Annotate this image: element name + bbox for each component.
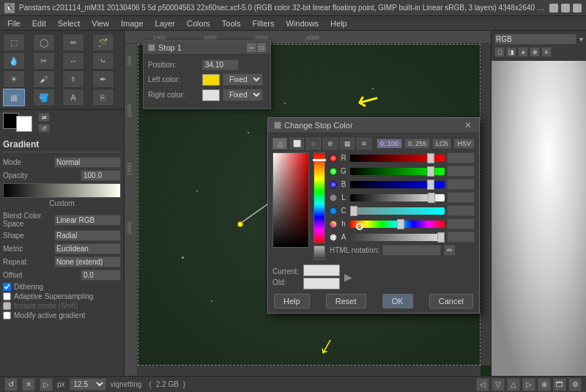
menu-help[interactable]: Help	[326, 18, 352, 29]
range-btn-lch[interactable]: LCh	[432, 138, 452, 149]
tool-crop[interactable]: ✂	[33, 52, 55, 70]
menu-layer[interactable]: Layer	[151, 18, 180, 29]
B-value[interactable]: 88.0	[447, 179, 475, 190]
metric-select[interactable]: Euclidean	[54, 243, 121, 254]
menu-file[interactable]: File	[3, 18, 25, 29]
channel-select[interactable]: RGB	[494, 34, 576, 45]
right-color-swatch[interactable]	[202, 89, 220, 101]
opacity-input[interactable]	[81, 170, 121, 181]
modify-check[interactable]	[3, 311, 11, 319]
tool-bucket[interactable]: 🪣	[33, 89, 55, 106]
G-value[interactable]: 88.0	[447, 166, 475, 177]
L-slider[interactable]	[350, 194, 445, 201]
horizontal-scrollbar[interactable]	[138, 366, 481, 376]
panel-icon-3[interactable]: ⎈	[518, 47, 528, 57]
nav-icon-7[interactable]: ⚙	[568, 378, 582, 391]
alpha-slider[interactable]	[314, 245, 325, 260]
menu-view[interactable]: View	[87, 18, 114, 29]
color-tab-triangle[interactable]: △	[272, 138, 287, 149]
tool-gradient[interactable]: ▦	[3, 89, 25, 106]
B-slider[interactable]	[350, 181, 445, 188]
html-input[interactable]: e1e1e1	[382, 245, 441, 256]
close-btn[interactable]	[573, 4, 582, 12]
nav-icon-2[interactable]: ▽	[492, 378, 505, 391]
color-help-btn[interactable]: Help	[274, 294, 310, 308]
tool-brightness[interactable]: ☀	[3, 70, 25, 88]
nav-icon-1[interactable]: ◁	[476, 378, 489, 391]
A-slider[interactable]	[350, 234, 445, 241]
nav-icon-3[interactable]: △	[507, 378, 520, 391]
hue-slider[interactable]	[314, 152, 325, 243]
swatch-old[interactable]	[303, 278, 340, 289]
menu-select[interactable]: Select	[53, 18, 85, 29]
range-btn-hsv[interactable]: HSV	[453, 138, 475, 149]
panel-expand-btn[interactable]: ▾	[579, 35, 583, 43]
color-dialog-close[interactable]: ✕	[463, 120, 473, 130]
tool-text[interactable]: A	[62, 89, 84, 106]
h-value[interactable]: 139.1	[447, 218, 475, 229]
tool-clone[interactable]: ⎘	[92, 89, 114, 106]
color-cancel-btn[interactable]: Cancel	[429, 294, 473, 308]
maximize-btn[interactable]	[561, 4, 570, 12]
bottom-icon-1[interactable]: ↺	[4, 378, 18, 391]
swatch-current[interactable]	[303, 265, 340, 276]
minimize-btn[interactable]	[549, 4, 558, 12]
zoom-select[interactable]: 12.5	[70, 378, 106, 391]
C-slider[interactable]	[350, 207, 445, 215]
left-color-swatch[interactable]	[202, 74, 220, 86]
panel-icon-2[interactable]: ◨	[506, 47, 516, 57]
menu-tools[interactable]: Tools	[218, 18, 245, 29]
bottom-icon-3[interactable]: ▷	[40, 378, 53, 391]
adaptive-check[interactable]	[3, 292, 11, 300]
tool-ellipse-select[interactable]: ◯	[33, 34, 55, 51]
menu-filters[interactable]: Filters	[248, 18, 279, 29]
C-value[interactable]: 0.0	[447, 205, 475, 216]
color-tab-palette[interactable]: ▦	[340, 138, 355, 149]
color-tab-circle[interactable]: ○	[306, 138, 321, 149]
repeat-select[interactable]: None (extend)	[54, 256, 121, 267]
range-btn-255[interactable]: 0..255	[404, 138, 430, 149]
color-picker-canvas[interactable]	[272, 152, 309, 248]
tool-heal[interactable]: ⚕	[62, 70, 84, 88]
dithering-check[interactable]	[3, 283, 11, 291]
right-color-type[interactable]: Fixed	[223, 89, 263, 101]
vertical-scrollbar[interactable]	[481, 44, 491, 366]
swap-colors-btn[interactable]: ⇄	[38, 113, 50, 122]
R-slider[interactable]	[350, 155, 445, 162]
gradient-dot[interactable]	[237, 221, 243, 227]
tool-free-select[interactable]: ✏	[62, 34, 84, 51]
bottom-icon-2[interactable]: ✕	[22, 378, 35, 391]
reset-colors-btn[interactable]: ↺	[38, 124, 50, 133]
stop-position-input[interactable]	[202, 59, 239, 70]
L-value[interactable]: 89.4	[447, 192, 475, 203]
stop-dialog-min[interactable]: ─	[247, 43, 256, 52]
range-btn-100[interactable]: 0..100	[377, 138, 402, 149]
tool-paint[interactable]: 🖌	[33, 70, 55, 88]
menu-windows[interactable]: Windows	[281, 18, 323, 29]
color-ok-btn[interactable]: OK	[382, 294, 413, 308]
bg-color-swatch[interactable]	[16, 116, 32, 132]
G-slider[interactable]	[350, 168, 445, 175]
nav-icon-4[interactable]: ▷	[522, 378, 535, 391]
tool-pencil[interactable]: ✒	[92, 70, 114, 88]
menu-image[interactable]: Image	[116, 18, 148, 29]
h-slider[interactable]	[350, 221, 445, 228]
blend-space-select[interactable]: Linear RGB	[54, 215, 121, 226]
html-edit-btn[interactable]: ✏	[444, 245, 456, 256]
tool-fuzzy-select[interactable]: 🪄	[92, 34, 114, 51]
tool-warp[interactable]: ⤷	[92, 52, 114, 70]
tool-color-select[interactable]: 💧	[3, 52, 25, 70]
A-value[interactable]: 100.0	[447, 232, 475, 243]
panel-icon-4[interactable]: ⊕	[530, 47, 540, 57]
color-tab-water[interactable]: ≋	[357, 138, 371, 149]
gradient-preview[interactable]	[3, 183, 121, 198]
stop-dialog-max[interactable]: □	[257, 43, 266, 52]
color-reset-btn[interactable]: Reset	[326, 294, 366, 308]
color-tab-square[interactable]: ⬜	[289, 138, 304, 149]
nav-icon-5[interactable]: ⊕	[538, 378, 551, 391]
R-value[interactable]: 88.0	[447, 152, 475, 163]
panel-icon-1[interactable]: ⎕	[494, 47, 505, 57]
tool-transform[interactable]: ↔	[62, 52, 84, 70]
nav-icon-6[interactable]: 🗔	[553, 378, 566, 391]
offset-input[interactable]	[81, 270, 121, 281]
